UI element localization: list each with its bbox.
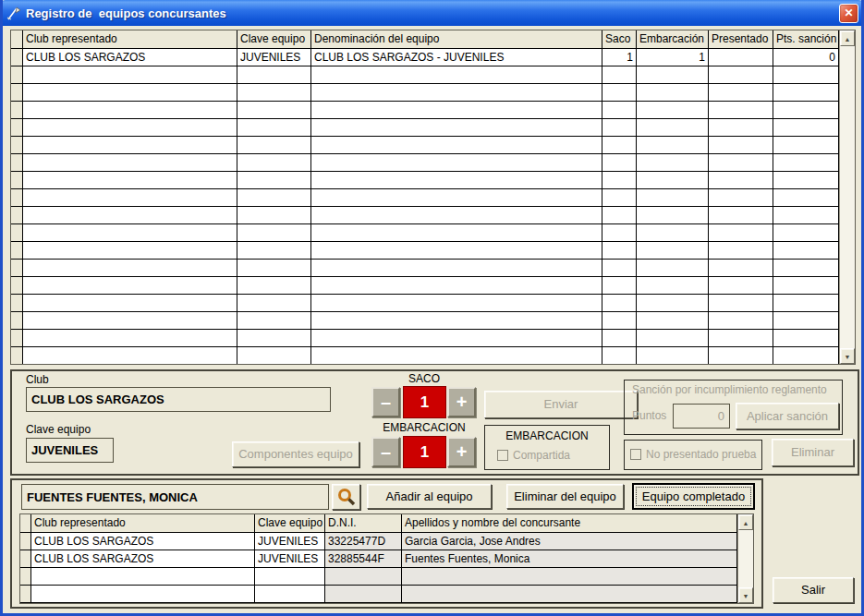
- table-cell: [773, 312, 839, 330]
- table-cell: [602, 207, 637, 224]
- table-row[interactable]: [11, 242, 839, 260]
- table-cell: [237, 347, 311, 364]
- saco-plus-button[interactable]: +: [447, 387, 476, 417]
- table-row[interactable]: [20, 586, 737, 603]
- table-row[interactable]: CLUB LOS SARGAZOSJUVENILES32885544FFuent…: [20, 550, 737, 568]
- search-button[interactable]: [332, 484, 360, 510]
- embarcacion-minus-button[interactable]: –: [371, 437, 400, 467]
- scroll-up-icon[interactable]: ▲: [738, 514, 753, 530]
- table-row[interactable]: [11, 154, 839, 172]
- table-row[interactable]: [11, 84, 839, 102]
- table-cell: [23, 242, 237, 260]
- table-cell: [23, 154, 237, 172]
- table-row[interactable]: [11, 119, 839, 137]
- table-cell: [311, 312, 602, 330]
- table-cell: [773, 242, 839, 260]
- table-cell: [637, 347, 709, 364]
- concursante-search-field[interactable]: [21, 484, 329, 510]
- clave-equipo-field[interactable]: [26, 438, 114, 463]
- table-cell: [602, 119, 637, 137]
- concursantes-table-scrollbar[interactable]: ▲ ▼: [737, 514, 753, 603]
- table-cell: [709, 172, 773, 189]
- anadir-al-equipo-button[interactable]: Añadir al equipo: [367, 484, 492, 509]
- table-row[interactable]: [11, 224, 839, 242]
- table-cell: Garcia Garcia, Jose Andres: [402, 533, 737, 550]
- table-row[interactable]: [11, 102, 839, 119]
- table-cell: [237, 207, 311, 224]
- puntos-field[interactable]: [673, 404, 730, 429]
- table-cell: [311, 207, 602, 224]
- row-selector-cell: [11, 66, 23, 84]
- compartida-checkbox[interactable]: [497, 450, 508, 461]
- row-selector-cell: [11, 119, 23, 137]
- table-cell: [402, 586, 737, 603]
- scroll-up-icon[interactable]: ▲: [840, 30, 855, 46]
- table-cell: [237, 260, 311, 277]
- eliminar-del-equipo-button[interactable]: Eliminar del equipo: [506, 484, 624, 509]
- row-selector-cell: [11, 102, 23, 119]
- teams-table: Club representadoClave equipoDenominació…: [10, 30, 856, 365]
- saco-minus-button[interactable]: –: [371, 387, 400, 417]
- table-row[interactable]: [11, 347, 839, 364]
- table-cell: [23, 172, 237, 189]
- table-cell: [602, 154, 637, 172]
- table-row[interactable]: [11, 66, 839, 84]
- table-row[interactable]: [11, 330, 839, 347]
- table-cell: [23, 207, 237, 224]
- table-cell: [709, 189, 773, 207]
- table-cell: [709, 330, 773, 347]
- table-row[interactable]: [11, 137, 839, 154]
- table-cell: [602, 137, 637, 154]
- table-cell: [709, 49, 773, 66]
- table-cell: [237, 312, 311, 330]
- table-cell: CLUB LOS SARGAZOS: [31, 533, 255, 550]
- scroll-down-icon[interactable]: ▼: [738, 587, 753, 603]
- table-cell: [709, 224, 773, 242]
- scroll-down-icon[interactable]: ▼: [840, 348, 855, 364]
- embarcacion-plus-button[interactable]: +: [447, 437, 476, 467]
- row-selector-cell: [11, 189, 23, 207]
- concursantes-panel: Añadir al equipo Eliminar del equipo Equ…: [10, 478, 763, 609]
- row-selector-cell: [11, 224, 23, 242]
- row-selector-cell: [11, 312, 23, 330]
- table-cell: [773, 137, 839, 154]
- table-row[interactable]: [11, 172, 839, 189]
- row-selector-cell: [20, 568, 31, 586]
- table-cell: [602, 224, 637, 242]
- row-selector-cell: [20, 514, 31, 533]
- componentes-equipo-button[interactable]: Componentes equipo: [232, 441, 359, 467]
- table-row[interactable]: [20, 568, 737, 586]
- table-row[interactable]: [11, 260, 839, 277]
- table-cell: CLUB LOS SARGAZOS - JUVENILES: [311, 49, 602, 66]
- row-selector-cell: [11, 137, 23, 154]
- table-row[interactable]: [11, 312, 839, 330]
- table-row[interactable]: CLUB LOS SARGAZOSJUVENILESCLUB LOS SARGA…: [11, 49, 839, 66]
- table-cell: [311, 84, 602, 102]
- table-cell: [602, 242, 637, 260]
- table-cell: [23, 84, 237, 102]
- close-button[interactable]: ✕: [839, 4, 858, 23]
- table-cell: [311, 260, 602, 277]
- club-field[interactable]: [26, 387, 331, 412]
- eliminar-button[interactable]: Eliminar: [772, 439, 854, 466]
- enviar-button[interactable]: Enviar: [484, 391, 638, 418]
- table-cell: [237, 137, 311, 154]
- table-row[interactable]: CLUB LOS SARGAZOSJUVENILES33225477DGarci…: [20, 533, 737, 550]
- table-cell: [311, 189, 602, 207]
- aplicar-sancion-button[interactable]: Aplicar sanción: [736, 403, 839, 429]
- equipo-completado-button[interactable]: Equipo completado: [633, 484, 754, 509]
- embarcacion-value: 1: [403, 436, 446, 468]
- table-cell: [311, 119, 602, 137]
- table-row[interactable]: [11, 189, 839, 207]
- table-cell: [237, 172, 311, 189]
- table-row[interactable]: [11, 277, 839, 295]
- salir-button[interactable]: Salir: [773, 577, 854, 603]
- teams-table-scrollbar[interactable]: ▲ ▼: [839, 30, 855, 364]
- table-cell: [311, 242, 602, 260]
- table-cell: [602, 277, 637, 295]
- table-cell: [709, 312, 773, 330]
- table-row[interactable]: [11, 207, 839, 224]
- row-selector-cell: [11, 277, 23, 295]
- no-presentado-checkbox[interactable]: [630, 449, 641, 460]
- table-row[interactable]: [11, 295, 839, 312]
